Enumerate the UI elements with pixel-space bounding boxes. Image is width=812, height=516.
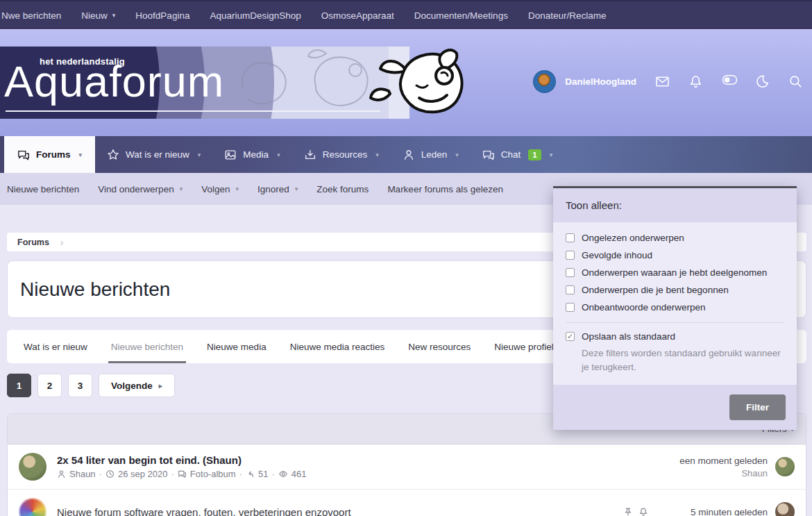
lastpost-time[interactable]: 5 minuten geleden	[691, 507, 768, 516]
topnav-nieuw-menu[interactable]: Nieuw▾	[81, 10, 115, 21]
table-row[interactable]: Nieuwe forum software vragen, fouten, ve…	[8, 490, 806, 516]
tab-label: Nieuwe berichten	[111, 342, 183, 352]
chevron-down-icon[interactable]: ▾	[550, 151, 553, 158]
replies-icon	[246, 469, 255, 478]
search-icon[interactable]	[788, 74, 803, 89]
avatar[interactable]	[775, 457, 795, 476]
bell-icon	[638, 507, 648, 516]
tab-label: Nieuwe media reacties	[290, 342, 385, 352]
chevron-down-icon[interactable]: ▾	[277, 151, 280, 158]
nav-label: Wat is er nieuw	[126, 149, 189, 160]
filter-submit-button[interactable]: Filter	[729, 394, 786, 420]
filter-option-gevolgde[interactable]: Gevolgde inhoud	[566, 247, 784, 264]
header-user-area: DanielHoogland	[533, 70, 803, 93]
thread-meta: Shaun · 26 sep 2020 · Foto-album · 51 · …	[57, 469, 669, 479]
breadcrumb-separator-icon: ›	[60, 237, 64, 248]
alerts-bell-icon[interactable]	[688, 74, 703, 89]
resources-icon	[304, 149, 316, 161]
user-icon	[57, 469, 66, 478]
filter-option-label: Onderwerpen die je bent begonnen	[582, 285, 729, 295]
chevron-down-icon[interactable]: ▾	[198, 151, 201, 158]
topnav-hoofdpagina[interactable]: HoofdPagina	[135, 10, 189, 21]
subnav-ignored[interactable]: Ignored▾	[257, 184, 298, 194]
chevron-down-icon[interactable]: ▾	[375, 151, 379, 158]
topnav-nieuwe-berichten[interactable]: Nwe berichten	[1, 10, 61, 21]
checkbox[interactable]	[566, 285, 575, 294]
avatar[interactable]	[19, 453, 46, 481]
filter-option-begonnen[interactable]: Onderwerpen die je bent begonnen	[566, 281, 784, 299]
tab-nieuwe-berichten[interactable]: Nieuwe berichten	[99, 330, 195, 363]
nav-tab-leden[interactable]: Leden ▾	[391, 136, 471, 173]
lastpost-author[interactable]: Shaun	[679, 468, 768, 478]
nav-tab-forums[interactable]: Forums ▾	[4, 136, 95, 173]
page-title: Nieuwe berichten	[20, 278, 170, 301]
avatar[interactable]	[775, 502, 795, 516]
chevron-down-icon: ▾	[295, 185, 298, 192]
topnav-donateur-reclame[interactable]: Donateur/Reclame	[528, 10, 607, 21]
filter-option-deelgenomen[interactable]: Onderwerpen waaraan je hebt deelgenomen	[566, 264, 784, 281]
thread-author[interactable]: Shaun	[69, 469, 96, 479]
dark-mode-moon-icon[interactable]	[755, 74, 770, 89]
chevron-down-icon[interactable]: ▾	[79, 151, 83, 158]
forum-icon	[178, 469, 187, 478]
topnav-label: OsmoseApparaat	[321, 10, 394, 21]
page-button-1[interactable]: 1	[7, 374, 31, 397]
subnav-volgen[interactable]: Volgen▾	[201, 184, 239, 194]
nav-tab-chat[interactable]: Chat 1 ▾	[471, 136, 564, 173]
nav-label: Media	[243, 149, 269, 160]
avatar[interactable]	[533, 70, 556, 93]
theme-toggle-icon[interactable]	[722, 74, 736, 89]
filter-option-label: Onderwerpen waaraan je hebt deelgenomen	[582, 267, 767, 278]
account-menu[interactable]: DanielHoogland	[533, 70, 636, 93]
nav-tab-resources[interactable]: Resources ▾	[292, 136, 391, 173]
page-button-3[interactable]: 3	[68, 374, 92, 397]
tab-wat-is-er-nieuw[interactable]: Wat is er nieuw	[12, 330, 99, 363]
subnav-nieuwe-berichten[interactable]: Nieuwe berichten	[7, 184, 79, 194]
avatar[interactable]	[19, 498, 46, 516]
topnav-label: Donateur/Reclame	[528, 10, 607, 21]
table-row[interactable]: 2x 54 liter van begin tot eind. (Shaun) …	[8, 444, 806, 490]
filter-option-ongelezen[interactable]: Ongelezen onderwerpen	[566, 229, 784, 247]
messages-icon[interactable]	[655, 74, 670, 89]
topnav-aquariumdesignshop[interactable]: AquariumDesignShop	[210, 10, 301, 21]
nav-label: Forums	[36, 149, 71, 160]
filter-save-label: Opslaan als standaard	[582, 331, 675, 342]
nav-label: Resources	[323, 149, 368, 160]
chevron-down-icon: ▾	[180, 185, 183, 192]
tab-nieuwe-media-reacties[interactable]: Nieuwe media reacties	[278, 330, 397, 363]
chevron-down-icon[interactable]: ▾	[455, 151, 459, 158]
topnav-osmoseapparaat[interactable]: OsmoseApparaat	[321, 10, 394, 21]
checkbox[interactable]	[566, 233, 575, 242]
topnav-documenten-meetings[interactable]: Documenten/Meetings	[414, 10, 508, 21]
meta-separator: ·	[171, 469, 174, 479]
checkbox[interactable]	[566, 303, 575, 312]
filter-save-default[interactable]: ✓ Opslaan als standaard	[566, 328, 784, 345]
subnav-zoek-forums[interactable]: Zoek forums	[316, 184, 369, 194]
page-button-2[interactable]: 2	[37, 374, 62, 397]
checkbox-checked[interactable]: ✓	[566, 332, 575, 341]
thread-title[interactable]: Nieuwe forum software vragen, fouten, ve…	[57, 506, 613, 516]
next-page-button[interactable]: Volgende ▸	[99, 374, 175, 397]
lastpost-times: een moment geleden Shaun	[679, 456, 768, 478]
checkbox[interactable]	[566, 268, 575, 277]
breadcrumb-forums[interactable]: Forums	[17, 238, 49, 247]
tab-nieuwe-media[interactable]: Nieuwe media	[195, 330, 278, 363]
subnav-vind-onderwerpen[interactable]: Vind onderwerpen▾	[98, 184, 183, 194]
filter-option-onbeantwoorde[interactable]: Onbeantwoorde onderwerpen	[566, 299, 784, 316]
nav-label: Leden	[421, 149, 448, 160]
nav-tab-media[interactable]: Media ▾	[212, 136, 291, 173]
topnav-label: Documenten/Meetings	[414, 10, 508, 21]
thread-title[interactable]: 2x 54 liter van begin tot eind. (Shaun)	[57, 454, 669, 466]
filter-option-label: Onbeantwoorde onderwerpen	[582, 302, 706, 313]
checkbox[interactable]	[566, 251, 575, 260]
next-label: Volgende	[111, 381, 153, 391]
lastpost-time[interactable]: een moment geleden	[679, 456, 768, 466]
thread-forum[interactable]: Foto-album	[190, 469, 236, 479]
tab-new-resources[interactable]: New resources	[396, 330, 482, 363]
subnav-markeer-gelezen[interactable]: Markeer forums als gelezen	[387, 184, 503, 194]
aquaforum-logo[interactable]: het nederlandstalig Aquaforum	[0, 47, 464, 119]
subnav-label: Nieuwe berichten	[7, 184, 79, 194]
thread-lastpost: een moment geleden Shaun	[679, 456, 795, 478]
nav-tab-wat-is-er-nieuw[interactable]: Wat is er nieuw ▾	[95, 136, 212, 173]
filter-option-label: Ongelezen onderwerpen	[582, 233, 684, 243]
